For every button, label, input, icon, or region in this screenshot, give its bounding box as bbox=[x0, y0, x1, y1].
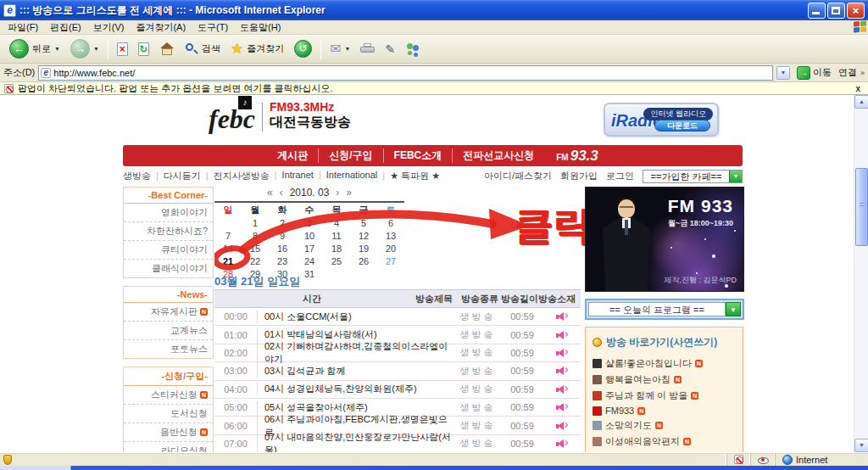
calendar-date[interactable]: 26 bbox=[350, 255, 377, 268]
audio-speaker-icon[interactable] bbox=[555, 348, 569, 358]
calendar-date[interactable]: 23 bbox=[269, 255, 296, 268]
calendar-prev-month-icon[interactable]: ‹ bbox=[280, 187, 283, 199]
sidebar-item[interactable]: 자유게시판 N bbox=[124, 303, 213, 322]
calendar-date[interactable]: 8 bbox=[242, 230, 269, 243]
scrollbar-thumb[interactable] bbox=[855, 168, 868, 246]
schedule-title[interactable]: 00시 소울CCM(서울) bbox=[257, 311, 452, 323]
calendar-next-year-icon[interactable]: » bbox=[346, 187, 352, 199]
edit-button[interactable]: ✎ bbox=[381, 36, 399, 62]
address-input[interactable]: e http://www.febc.net/ bbox=[38, 65, 773, 81]
address-dropdown-button[interactable]: ▼ bbox=[776, 66, 790, 80]
today-dropdown-arrow-icon[interactable]: ▼ bbox=[726, 302, 741, 316]
calendar-date[interactable]: 21 bbox=[214, 255, 242, 268]
infobar-close-icon[interactable]: x bbox=[855, 84, 864, 93]
nav-item[interactable]: FEBC소개 bbox=[383, 148, 453, 163]
calendar-date[interactable]: 17 bbox=[296, 243, 323, 255]
mail-button[interactable]: ✉ ▼ bbox=[326, 36, 354, 62]
calendar-date[interactable]: 15 bbox=[242, 243, 269, 255]
subnav-link[interactable]: Intranet bbox=[270, 170, 314, 182]
popup-blocked-infobar[interactable]: 팝업이 차단되었습니다. 팝업 또는 추가 옵션을 보려면 여기를 클릭하십시오… bbox=[0, 82, 868, 95]
quick-link[interactable]: 소망의기도 N bbox=[593, 417, 736, 434]
fm933-program-banner[interactable]: FM 933 월~금 18:00~19:30 제작,진행 : 김문석PD bbox=[585, 187, 744, 292]
subnav-link[interactable]: International bbox=[314, 170, 377, 182]
menu-item[interactable]: 도움말(H) bbox=[234, 20, 287, 35]
messenger-button[interactable] bbox=[401, 36, 425, 62]
favorites-button[interactable]: ★ 즐겨찾기 bbox=[226, 36, 288, 62]
scroll-up-icon[interactable]: ▲ bbox=[854, 95, 868, 109]
history-button[interactable]: ↺ bbox=[290, 36, 316, 62]
sidebar-item[interactable]: 영화이야기 N bbox=[124, 204, 213, 222]
calendar-date[interactable]: 18 bbox=[323, 243, 350, 255]
calendar-date[interactable]: 9 bbox=[269, 230, 296, 243]
schedule-title[interactable]: 03시 김석균과 함께 bbox=[257, 365, 452, 378]
schedule-row[interactable]: 02:00 02시 기뻐하며감사하며,김종철의이스라엘이야기 생 방 송 00:… bbox=[214, 344, 581, 362]
stop-button[interactable]: × bbox=[113, 36, 132, 62]
sidebar-item[interactable]: 포토뉴스 N bbox=[124, 340, 213, 358]
audio-speaker-icon[interactable] bbox=[555, 311, 569, 322]
minimize-button[interactable] bbox=[808, 3, 826, 19]
calendar-date[interactable]: 12 bbox=[350, 230, 377, 243]
calendar-date[interactable]: 11 bbox=[323, 230, 350, 243]
popup-blocked-status[interactable] bbox=[726, 453, 750, 466]
mail-dropdown-icon[interactable]: ▼ bbox=[345, 46, 351, 52]
sidebar-item[interactable]: 차한잔하시죠? N bbox=[124, 222, 213, 241]
back-button[interactable]: ← 뒤로 ▼ bbox=[5, 36, 64, 62]
calendar-date[interactable] bbox=[377, 268, 404, 281]
today-program-dropdown[interactable]: == 오늘의 프로그램 == ▼ bbox=[585, 299, 744, 320]
calendar-date[interactable]: 7 bbox=[214, 230, 242, 243]
sidebar-item[interactable]: 음반신청 N bbox=[124, 423, 213, 442]
schedule-row[interactable]: 04:00 04시 성경입체낭독,찬양의화원(제주) 생 방 송 00:59 bbox=[214, 381, 581, 399]
nav-item[interactable]: 게시판 bbox=[267, 148, 318, 163]
schedule-title[interactable]: 07시 내마음의찬양,민산웅장로가만난사람(서울) bbox=[257, 431, 452, 452]
calendar-date[interactable] bbox=[350, 268, 377, 281]
sidebar-item[interactable]: 교계뉴스 N bbox=[124, 322, 213, 340]
scroll-down-icon[interactable]: ▼ bbox=[854, 439, 868, 452]
calendar-date[interactable]: 4 bbox=[323, 217, 350, 230]
schedule-row[interactable]: 07:00 07시 내마음의찬양,민산웅장로가만난사람(서울) 생 방 송 00… bbox=[214, 435, 581, 452]
sidebar-item[interactable]: 도서신청 N bbox=[124, 405, 213, 423]
home-button[interactable] bbox=[155, 36, 179, 62]
forward-button[interactable]: → ▼ bbox=[66, 36, 103, 62]
privacy-report-status[interactable] bbox=[750, 453, 775, 466]
subnav-link[interactable]: 생방송 bbox=[123, 170, 151, 182]
menu-item[interactable]: 즐겨찾기(A) bbox=[130, 20, 192, 35]
nav-item[interactable]: 전파선교사신청 bbox=[452, 148, 544, 163]
quick-link[interactable]: 이성애의음악편지 N bbox=[593, 434, 736, 450]
sidebar-item[interactable]: 스티커신청 N bbox=[124, 386, 213, 405]
calendar-date[interactable]: 25 bbox=[323, 255, 350, 268]
calendar-date[interactable]: 20 bbox=[377, 243, 404, 255]
cafe-dropdown-arrow-icon[interactable]: ▼ bbox=[729, 171, 742, 182]
menu-item[interactable]: 편집(E) bbox=[44, 20, 87, 35]
account-link[interactable]: 아이디/패스찾기 bbox=[484, 170, 552, 182]
site-logo[interactable]: febc ♪ FM93.3MHz 대전극동방송 bbox=[209, 100, 351, 131]
maximize-button[interactable] bbox=[827, 3, 845, 19]
quick-link[interactable]: 주님과 함께 이 밤을 N bbox=[593, 388, 736, 404]
iradio-banner[interactable]: iRadio 인터넷 웹라디오 다운로드 bbox=[604, 103, 719, 137]
menu-item[interactable]: 도구(T) bbox=[192, 20, 234, 35]
quick-link[interactable]: 행복을여는아침 N bbox=[593, 372, 736, 388]
schedule-row[interactable]: 03:00 03시 김석균과 함께 생 방 송 00:59 bbox=[214, 362, 581, 380]
calendar-date[interactable]: 27 bbox=[377, 255, 404, 268]
schedule-title[interactable]: 04시 성경입체낭독,찬양의화원(제주) bbox=[257, 383, 452, 395]
calendar-date[interactable]: 5 bbox=[350, 217, 377, 230]
menu-item[interactable]: 보기(V) bbox=[87, 20, 131, 35]
calendar-next-month-icon[interactable]: › bbox=[336, 187, 339, 199]
nav-item[interactable]: 신청/구입 bbox=[318, 148, 382, 163]
calendar-date[interactable] bbox=[214, 217, 242, 230]
schedule-title[interactable]: 01시 박태남의널사랑해(서) bbox=[257, 328, 452, 341]
refresh-button[interactable]: ↻ bbox=[134, 36, 153, 62]
schedule-title[interactable]: 05시 성곡을찾아서(제주) bbox=[257, 401, 452, 414]
search-button[interactable]: 검색 bbox=[181, 36, 225, 62]
schedule-title[interactable]: 02시 기뻐하며감사하며,김종철의이스라엘이야기 bbox=[257, 340, 452, 366]
subnav-link[interactable]: 전지사생방송 bbox=[201, 170, 270, 182]
calendar-date[interactable] bbox=[323, 268, 350, 281]
menu-item[interactable]: 파일(F) bbox=[2, 20, 44, 35]
print-button[interactable] bbox=[356, 36, 379, 62]
calendar-date[interactable]: 6 bbox=[377, 217, 404, 230]
iradio-download-button[interactable]: 다운로드 bbox=[654, 120, 710, 131]
sidebar-item[interactable]: 클래식이야기 N bbox=[124, 260, 213, 277]
cafe-select-dropdown[interactable]: ==가입한 카페== ▼ bbox=[643, 170, 743, 183]
close-button[interactable]: × bbox=[847, 3, 865, 19]
audio-speaker-icon[interactable] bbox=[555, 421, 569, 431]
calendar-date[interactable]: 24 bbox=[296, 255, 323, 268]
